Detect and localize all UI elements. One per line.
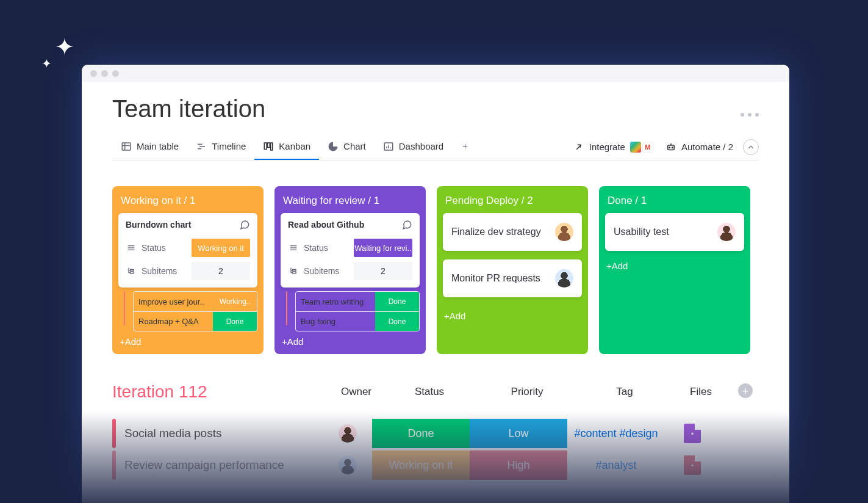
pie-chart-icon: [328, 141, 339, 152]
tree-connector: [118, 291, 129, 331]
avatar[interactable]: [717, 223, 736, 241]
subitem-row[interactable]: Roadmap + Q&A Done: [134, 311, 257, 331]
kanban-card[interactable]: Usability test: [605, 213, 744, 251]
status-cell[interactable]: Working on it: [372, 451, 470, 480]
svg-rect-8: [271, 143, 273, 150]
col-owner[interactable]: Owner: [332, 386, 381, 398]
card-title: Burndown chart: [126, 220, 191, 230]
add-card-button[interactable]: +Add: [443, 306, 582, 321]
svg-point-14: [669, 147, 670, 148]
subitem-name: Team retro writing: [296, 297, 375, 306]
integrate-label: Integrate: [589, 142, 625, 152]
svg-rect-20: [131, 269, 134, 271]
kanban-card[interactable]: Finalize dev strategy: [443, 213, 582, 251]
comment-icon[interactable]: [239, 219, 250, 230]
svg-rect-6: [265, 143, 267, 150]
priority-cell[interactable]: Low: [470, 419, 567, 448]
col-files[interactable]: Files: [673, 386, 728, 398]
slack-icon: [630, 142, 641, 153]
status-value[interactable]: Waiting for revi..: [354, 239, 412, 257]
automate-button[interactable]: Automate / 2: [659, 142, 739, 153]
automate-label: Automate / 2: [681, 142, 733, 152]
subitem-row[interactable]: Improve user jour.. Working..: [134, 292, 257, 311]
robot-icon: [665, 142, 676, 153]
subitem-row[interactable]: Team retro writing Done: [296, 292, 419, 311]
add-card-button[interactable]: +Add: [281, 331, 420, 347]
status-icon: [288, 242, 299, 253]
integrate-button[interactable]: Integrate M: [567, 142, 659, 153]
tag-cell[interactable]: #analyst: [567, 451, 665, 480]
gmail-icon: M: [642, 142, 653, 153]
window-dot: [112, 70, 119, 77]
subitem-status[interactable]: Done: [213, 312, 257, 331]
card-title: Usability test: [614, 226, 669, 237]
tab-timeline[interactable]: Timeline: [187, 134, 254, 160]
timeline-icon: [196, 141, 207, 152]
kanban-column-pending: Pending Deploy / 2 Finalize dev strategy…: [437, 186, 588, 354]
subitems-list: Team retro writing Done Bug fixing Done: [281, 291, 420, 331]
group-table: Iteration 112 Owner Status Priority Tag …: [112, 382, 759, 480]
files-cell[interactable]: ▪: [665, 419, 720, 448]
row-name[interactable]: Review campaign performance: [122, 458, 323, 472]
avatar[interactable]: [555, 223, 573, 241]
kanban-column-review: Waiting for review / 1 Read about Github…: [274, 186, 426, 354]
kanban-card[interactable]: Read about Github Status Waiting for rev…: [281, 213, 420, 288]
subitems-icon: [288, 266, 299, 277]
subitems-count[interactable]: 2: [354, 262, 412, 280]
status-value[interactable]: Working on it: [192, 239, 250, 257]
kanban-card[interactable]: Burndown chart Status Working on it: [118, 213, 257, 288]
tab-chart[interactable]: Chart: [319, 134, 375, 160]
collapse-toolbar-button[interactable]: [743, 139, 759, 155]
col-tag[interactable]: Tag: [576, 386, 673, 398]
svg-rect-21: [131, 272, 134, 273]
subitem-name: Bug fixing: [296, 317, 375, 326]
add-column-button[interactable]: ＋: [738, 383, 753, 398]
svg-rect-7: [268, 143, 270, 148]
column-title: Done / 1: [605, 192, 744, 213]
kanban-card[interactable]: Monitor PR requests: [443, 259, 582, 297]
subitems-list: Improve user jour.. Working.. Roadmap + …: [118, 291, 257, 331]
status-icon: [126, 242, 137, 253]
add-view-button[interactable]: ＋: [452, 134, 478, 160]
status-cell[interactable]: Done: [372, 419, 470, 448]
add-card-button[interactable]: +Add: [605, 256, 744, 271]
add-card-button[interactable]: +Add: [118, 331, 257, 347]
kanban-column-working: Working on it / 1 Burndown chart Status: [112, 186, 264, 354]
subitem-status[interactable]: Working..: [213, 292, 257, 311]
window-dot: [101, 70, 108, 77]
files-cell[interactable]: ▪: [665, 451, 720, 480]
subitem-row[interactable]: Bug fixing Done: [296, 311, 419, 331]
tab-label: Kanban: [279, 141, 310, 151]
tab-main-table[interactable]: Main table: [112, 134, 187, 160]
table-header-row: Owner Status Priority Tag Files: [332, 386, 728, 398]
subitems-icon: [126, 266, 137, 277]
column-title: Waiting for review / 1: [281, 192, 420, 213]
tab-kanban[interactable]: Kanban: [254, 134, 319, 160]
table-icon: [121, 141, 132, 152]
row-color-bar: [112, 419, 116, 448]
column-title: Working on it / 1: [118, 192, 257, 213]
subitems-count[interactable]: 2: [192, 262, 250, 280]
view-tabs: Main table Timeline Kanban Chart: [112, 134, 759, 161]
tag-cell[interactable]: #content #design: [567, 419, 665, 448]
row-name[interactable]: Social media posts: [122, 427, 323, 440]
subitem-name: Improve user jour..: [134, 297, 213, 306]
window-dot: [90, 70, 97, 77]
comment-icon[interactable]: [401, 219, 412, 230]
avatar[interactable]: [555, 269, 573, 288]
subitem-status[interactable]: Done: [375, 292, 419, 311]
more-menu-button[interactable]: [741, 113, 759, 117]
window-chrome: [82, 65, 789, 82]
table-row[interactable]: Social media posts Done Low #content #de…: [112, 419, 759, 448]
column-title: Pending Deploy / 2: [443, 192, 582, 213]
prop-status-label: Status: [304, 243, 328, 253]
subitem-status[interactable]: Done: [375, 312, 419, 331]
tab-dashboard[interactable]: Dashboard: [375, 134, 452, 160]
col-status[interactable]: Status: [381, 386, 478, 398]
owner-cell[interactable]: [323, 419, 372, 448]
owner-cell[interactable]: [323, 451, 372, 480]
col-priority[interactable]: Priority: [478, 386, 576, 398]
table-row[interactable]: Review campaign performance Working on i…: [112, 451, 759, 480]
kanban-board: Working on it / 1 Burndown chart Status: [112, 186, 759, 354]
priority-cell[interactable]: High: [470, 451, 567, 480]
